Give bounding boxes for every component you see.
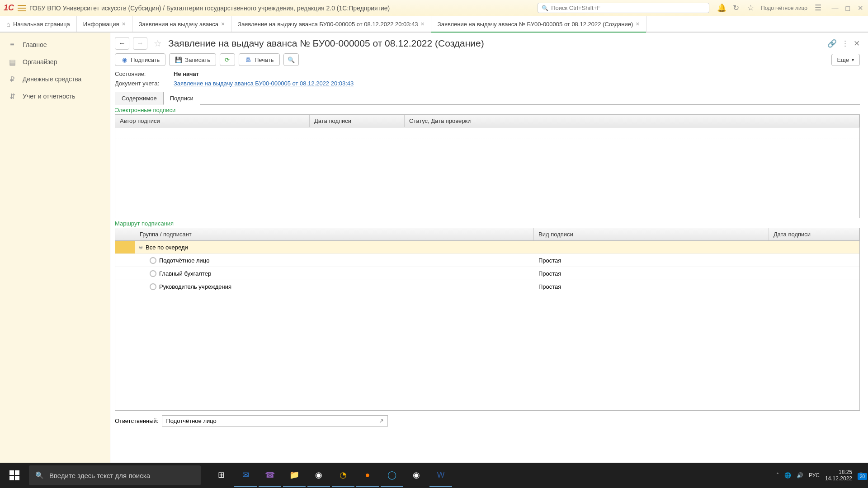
tab-label: Заявления на выдачу аванса — [139, 21, 218, 28]
doc-row: Документ учета: Заявление на выдачу аван… — [115, 80, 860, 87]
row-date-cell — [769, 284, 859, 289]
col-status[interactable]: Статус, Дата проверки — [405, 115, 859, 127]
empty-row[interactable] — [115, 127, 859, 139]
page-header: ← → ☆ Заявление на выдачу аванса № БУ00-… — [115, 37, 860, 50]
tab-close-icon[interactable]: × — [636, 20, 639, 28]
route-parent-row[interactable]: ⊖ Все по очереди — [115, 241, 859, 254]
outlook-icon[interactable]: ✉ — [234, 464, 257, 487]
list-icon: ≡ — [8, 41, 16, 49]
preview-button[interactable]: 🔍 — [283, 53, 299, 66]
row-marker — [115, 254, 135, 267]
col-type[interactable]: Вид подписи — [534, 228, 769, 240]
button-label: Печать — [255, 56, 274, 63]
notifications-icon[interactable]: 💬20 — [858, 472, 864, 479]
parent-label: Все по очереди — [146, 244, 188, 251]
row-type-cell — [534, 245, 769, 249]
tab-info[interactable]: Информация × — [77, 16, 132, 32]
row-group-cell: Подотчётное лицо — [135, 255, 534, 266]
more-button[interactable]: Еще ▾ — [831, 54, 860, 66]
kebab-icon[interactable]: ⋮ — [841, 39, 849, 48]
app-orange-icon[interactable]: ● — [356, 464, 379, 487]
col-date[interactable]: Дата подписи — [310, 115, 405, 127]
nav-back-button[interactable]: ← — [115, 37, 129, 50]
sidebar-item-label: Главное — [23, 41, 47, 48]
sidebar-item-money[interactable]: ₽ Денежные средства — [0, 70, 110, 88]
subtab-content[interactable]: Содержимое — [115, 92, 164, 105]
tab-close-icon[interactable]: × — [122, 20, 125, 28]
chrome2-icon[interactable]: ◉ — [405, 464, 428, 487]
subtab-signatures[interactable]: Подписи — [163, 92, 200, 105]
app-logo-icon: 1C — [4, 3, 14, 13]
1c-icon[interactable]: ◔ — [332, 464, 354, 487]
tray-chevron-icon[interactable]: ˄ — [776, 472, 779, 479]
volume-icon[interactable]: 🔊 — [797, 472, 803, 479]
tab-close-icon[interactable]: × — [421, 20, 425, 28]
tab-create[interactable]: Заявление на выдачу аванса № БУ00-000005… — [431, 16, 646, 32]
titlebar-icons: 🔔 ↻ ☆ Подотчётное лицо ☰ — [717, 4, 822, 12]
refresh-button[interactable]: ⟳ — [220, 53, 235, 66]
chevron-down-icon: ▾ — [852, 57, 854, 62]
chrome-icon[interactable]: ◉ — [307, 464, 330, 487]
page-title: Заявление на выдачу аванса № БУ00-000005… — [168, 38, 824, 49]
button-label: Подписать — [131, 56, 160, 63]
route-grid[interactable]: Группа / подписант Вид подписи Дата подп… — [115, 228, 860, 411]
taskbar-search[interactable]: 🔍 Введите здесь текст для поиска — [29, 465, 201, 485]
user-menu[interactable]: Подотчётное лицо — [761, 5, 807, 11]
viber-icon[interactable]: ☎ — [259, 464, 281, 487]
search-input[interactable] — [551, 5, 705, 11]
sidebar-item-organizer[interactable]: ▤ Органайзер — [0, 53, 110, 70]
tab-home[interactable]: ⌂ Начальная страница — [0, 16, 77, 32]
maximize-icon[interactable]: ◻ — [844, 4, 852, 12]
route-row[interactable]: Подотчётное лицо Простая — [115, 254, 859, 267]
open-ref-icon[interactable]: ↗ — [379, 418, 384, 424]
sidebar-item-reports[interactable]: ⇵ Учет и отчетность — [0, 88, 110, 105]
sidebar: ≡ Главное ▤ Органайзер ₽ Денежные средст… — [0, 33, 110, 463]
link-icon[interactable]: 🔗 — [827, 39, 837, 48]
start-button[interactable] — [0, 463, 29, 488]
save-button[interactable]: 💾 Записать — [169, 53, 216, 66]
nav-forward-button[interactable]: → — [133, 37, 147, 50]
history-icon[interactable]: ↻ — [732, 4, 740, 12]
close-panel-icon[interactable]: ✕ — [854, 39, 860, 48]
signer-name: Руководитель учреждения — [159, 283, 231, 290]
print-button[interactable]: 🖶 Печать — [239, 53, 280, 66]
clock[interactable]: 18:25 14.12.2022 — [825, 469, 852, 482]
responsible-field: Ответственный: Подотчётное лицо ↗ — [115, 415, 860, 427]
doc-link[interactable]: Заявление на выдачу аванса БУ00-000005 о… — [174, 80, 354, 87]
explorer-icon[interactable]: 📁 — [283, 464, 306, 487]
star-icon[interactable]: ☆ — [746, 4, 755, 12]
tab-applications[interactable]: Заявления на выдачу аванса × — [132, 16, 232, 32]
language-indicator[interactable]: РУС — [809, 472, 820, 479]
tab-doc[interactable]: Заявление на выдачу аванса БУ00-000005 о… — [231, 16, 431, 32]
sign-button[interactable]: ◉ Подписать — [115, 53, 165, 66]
edge-icon[interactable]: ◯ — [381, 464, 403, 487]
col-author[interactable]: Автор подписи — [115, 115, 310, 127]
search-icon: 🔍 — [35, 471, 44, 479]
network-icon[interactable]: 🌐 — [784, 472, 791, 479]
bell-icon[interactable]: 🔔 — [717, 4, 726, 12]
esign-grid[interactable]: Автор подписи Дата подписи Статус, Дата … — [115, 114, 860, 218]
word-icon[interactable]: W — [429, 464, 452, 487]
tab-close-icon[interactable]: × — [221, 20, 225, 28]
col-marker — [115, 228, 135, 240]
responsible-input[interactable]: Подотчётное лицо ↗ — [162, 415, 388, 427]
responsible-label: Ответственный: — [115, 418, 158, 424]
user-menu-toggle-icon[interactable]: ☰ — [814, 4, 822, 12]
close-icon[interactable]: ✕ — [856, 4, 864, 12]
task-view-icon[interactable]: ⊞ — [210, 464, 232, 487]
collapse-icon[interactable]: ⊖ — [139, 244, 143, 250]
main-area: ≡ Главное ▤ Органайзер ₽ Денежные средст… — [0, 33, 868, 463]
col-group[interactable]: Группа / подписант — [135, 228, 534, 240]
route-row[interactable]: Руководитель учреждения Простая — [115, 280, 859, 293]
menu-icon[interactable] — [18, 5, 26, 11]
favorite-icon[interactable]: ☆ — [154, 38, 162, 49]
row-date-cell — [769, 245, 859, 249]
minimize-icon[interactable]: — — [831, 4, 839, 12]
sidebar-item-main[interactable]: ≡ Главное — [0, 36, 110, 53]
button-label: Записать — [185, 56, 210, 63]
window-controls: — ◻ ✕ — [831, 4, 864, 12]
global-search[interactable]: 🔍 — [538, 3, 709, 13]
tab-label: Начальная страница — [13, 21, 70, 28]
route-row[interactable]: Главный бухгалтер Простая — [115, 267, 859, 280]
col-sign-date[interactable]: Дата подписи — [769, 228, 859, 240]
